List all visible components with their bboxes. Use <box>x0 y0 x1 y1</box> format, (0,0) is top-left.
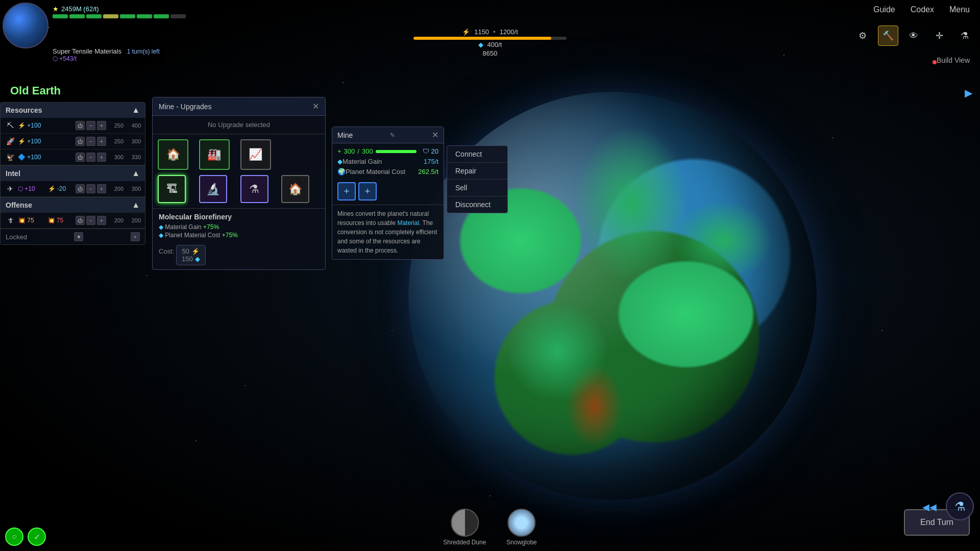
upgrades-grid-row1: 🏠 🏭 📈 <box>153 134 325 175</box>
mine-upgrade-btn-1[interactable]: + <box>337 182 356 201</box>
eye-icon-btn[interactable]: 👁 <box>903 26 924 46</box>
mine-close-btn[interactable]: ✕ <box>432 130 438 140</box>
research-bar: Super Tensile Materials 1 turn(s) left ⬡… <box>48 46 164 64</box>
resource-stat-1: ⚡ +100 <box>18 122 74 129</box>
bottom-arrow-btn[interactable]: ◀◀ <box>922 502 937 513</box>
prog-bar-2 <box>69 14 85 18</box>
prog-bar-8 <box>170 14 186 18</box>
res-bar-fill-1 <box>413 37 551 40</box>
upgrade-cost: Cost: 50 ⚡ 150 ◆ <box>159 243 319 265</box>
cost-box: 50 ⚡ 150 ◆ <box>176 245 206 265</box>
upgrade-stat-1: ◆ Material Gain +75% <box>159 223 319 231</box>
prog-bar-5 <box>120 14 135 18</box>
mine-hp-fill <box>376 150 416 153</box>
cost-amount-2: 150 <box>182 255 193 263</box>
crosshair-icon-btn[interactable]: ✛ <box>929 26 949 46</box>
upgrade-item-6[interactable]: ⚗ <box>240 175 268 203</box>
intel-power-btn[interactable]: ⏻ <box>76 184 85 193</box>
snowglobe-btn[interactable]: Snowglobe <box>506 509 536 546</box>
snowglobe-icon <box>508 509 536 537</box>
plus-btn-1[interactable]: + <box>97 121 106 130</box>
mine-material-highlight: Material <box>397 219 419 227</box>
bottom-check-icon[interactable]: ✓ <box>28 528 46 546</box>
offense-minus-btn[interactable]: − <box>86 216 95 225</box>
upgrade-item-5[interactable]: 🔬 <box>199 175 227 203</box>
mine-material-gain-row: ◆ Material Gain 175/t <box>337 158 438 165</box>
context-connect[interactable]: Connect <box>447 146 507 163</box>
context-sell[interactable]: Sell <box>447 180 507 196</box>
minus-btn-1[interactable]: − <box>86 121 95 130</box>
context-disconnect[interactable]: Disconnect <box>447 196 507 213</box>
power-btn-1[interactable]: ⏻ <box>76 121 85 130</box>
item-controls-2: ⏻ − + <box>76 137 106 146</box>
upgrades-close-btn[interactable]: ✕ <box>312 102 319 111</box>
locked-add-btn[interactable]: + <box>131 232 140 241</box>
offense-value-a: 200 <box>108 217 124 223</box>
resource-icon-3: 🦅 <box>5 152 16 163</box>
upgrade-item-7[interactable]: 🏠 <box>281 175 309 203</box>
mine-edit-icon[interactable]: ✎ <box>390 132 395 139</box>
res-line-2: ◆ 400/t <box>478 41 502 48</box>
intel-item-1: ✈ ⬡ +10 ⚡ -20 ⏻ − + 200 300 <box>1 181 145 197</box>
context-repair[interactable]: Repair <box>447 163 507 180</box>
codex-button[interactable]: Codex <box>911 5 934 14</box>
resource-stat-2: ⚡ +100 <box>18 138 74 145</box>
resource-bar: ⚡ 1150 • 1200/t ◆ 400/t 8650 <box>413 28 567 57</box>
item-controls-1: ⏻ − + <box>76 121 106 130</box>
bottom-circle-icon[interactable]: ○ <box>5 528 23 546</box>
mine-shield-display: 🛡 20 <box>423 147 438 155</box>
power-btn-2[interactable]: ⏻ <box>76 137 85 146</box>
progress-bars <box>53 14 186 18</box>
intel-plus-btn[interactable]: + <box>97 184 106 193</box>
snowglobe-label: Snowglobe <box>506 539 536 546</box>
arrow-right-top[interactable]: ▶ <box>965 87 972 99</box>
minus-btn-3[interactable]: − <box>86 153 95 162</box>
minus-btn-2[interactable]: − <box>86 137 95 146</box>
resources-title: Resources <box>6 106 42 114</box>
intel-minus-btn[interactable]: − <box>86 184 95 193</box>
upgrades-grid-row2: 🏗 🔬 ⚗ 🏠 <box>153 175 325 208</box>
offense-power-btn[interactable]: ⏻ <box>76 216 85 225</box>
shredded-dune-btn[interactable]: Shredded Dune <box>443 509 486 546</box>
hammer-icon-btn[interactable]: 🔨 <box>878 26 898 46</box>
mine-upgrade-btn-2[interactable]: + <box>358 182 377 201</box>
locked-title: Locked <box>6 233 27 241</box>
guide-button[interactable]: Guide <box>873 5 895 14</box>
res-amount-2: 400/t <box>487 41 502 48</box>
upgrade-item-4[interactable]: 🏗 <box>158 175 186 203</box>
offense-stat-1: 💥 75 <box>18 217 44 224</box>
resources-header[interactable]: Resources ▲ <box>1 103 145 118</box>
mine-action-buttons: + + <box>332 182 444 205</box>
intel-stat-1: ⬡ +10 <box>18 185 44 192</box>
intel-controls-1: ⏻ − + <box>76 184 106 193</box>
flask-top-icon-btn[interactable]: ⚗ <box>954 26 975 46</box>
offense-plus-btn[interactable]: + <box>97 216 106 225</box>
plus-btn-3[interactable]: + <box>97 153 106 162</box>
upgrade-item-2[interactable]: 🏭 <box>199 139 230 170</box>
upgrades-header: Mine - Upgrades ✕ <box>153 97 325 116</box>
intel-header[interactable]: Intel ▲ <box>1 166 145 181</box>
mine-material-value: 175/t <box>424 158 438 165</box>
res-rate-1: 1200/t <box>500 28 518 36</box>
prog-bar-6 <box>137 14 152 18</box>
locked-collapse-icon[interactable]: ▼ <box>74 232 83 241</box>
lightning-icon: ⚡ <box>191 247 200 255</box>
offense-header[interactable]: Offense ▲ <box>1 197 145 213</box>
mine-panel-header: Mine ✎ ✕ <box>332 127 444 143</box>
menu-button[interactable]: Menu <box>949 5 970 14</box>
resources-collapse-icon: ▲ <box>132 106 140 115</box>
research-name: Super Tensile Materials <box>53 47 121 55</box>
upgrade-item-1[interactable]: 🏠 <box>158 139 188 170</box>
intel-icon-1: ✈ <box>5 183 16 194</box>
cost-item-2: 150 ◆ <box>182 255 200 263</box>
prog-bar-7 <box>154 14 169 18</box>
upgrade-desc: Molecular Biorefinery ◆ Material Gain +7… <box>153 208 325 269</box>
upgrade-item-3[interactable]: 📈 <box>240 139 271 170</box>
plus-btn-2[interactable]: + <box>97 137 106 146</box>
credits-stat: ★ 2459M (62/t) <box>53 5 186 13</box>
power-btn-3[interactable]: ⏻ <box>76 153 85 162</box>
settings-icon-btn[interactable]: ⚙ <box>852 26 873 46</box>
item-value-3a: 300 <box>108 154 124 160</box>
planet-avatar[interactable] <box>3 3 48 48</box>
flask-bottom-btn[interactable]: ⚗ <box>946 492 974 520</box>
